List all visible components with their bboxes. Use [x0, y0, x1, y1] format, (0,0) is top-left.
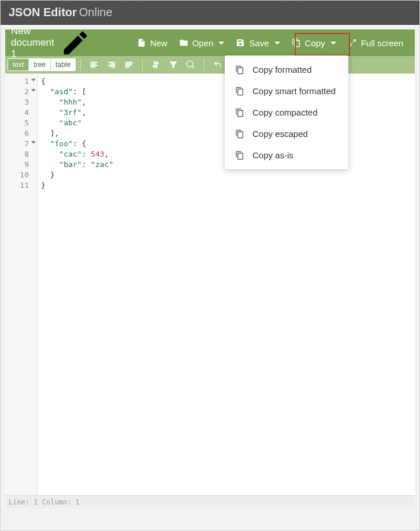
save-label: Save [249, 38, 269, 48]
fold-icon[interactable] [31, 141, 36, 144]
code-line: } [41, 180, 411, 191]
copy-dropdown: Copy formattedCopy smart formattedCopy c… [225, 55, 348, 169]
separator [142, 59, 143, 70]
new-button[interactable]: New [131, 35, 173, 51]
filter-button[interactable] [167, 58, 180, 71]
search-icon [186, 60, 195, 69]
fold-icon[interactable] [31, 89, 36, 92]
save-icon [236, 38, 245, 47]
fold-icon[interactable] [31, 79, 36, 81]
compact-button[interactable] [105, 58, 118, 71]
separator [204, 59, 205, 70]
line-gutter: 1234567891011 [5, 74, 38, 495]
dropdown-item[interactable]: Copy escaped [225, 123, 348, 144]
file-icon [137, 38, 146, 47]
line-number: 9 [5, 159, 37, 170]
line-number: 7 [5, 139, 37, 149]
dropdown-item-label: Copy formatted [252, 65, 312, 75]
dropdown-item[interactable]: Copy smart formatted [225, 80, 348, 102]
dropdown-item-label: Copy smart formatted [252, 86, 336, 96]
document-name: New document 1 [11, 25, 54, 60]
open-label: Open [192, 38, 214, 48]
app-titlebar: JSON Editor Online [1, 1, 419, 25]
dropdown-item[interactable]: Copy compacted [225, 102, 348, 123]
line-number: 8 [5, 149, 37, 159]
copy-icon [292, 38, 301, 47]
sort-button[interactable] [150, 58, 162, 71]
code-line: } [41, 170, 411, 180]
dropdown-item-label: Copy as-is [252, 150, 293, 160]
undo-button[interactable] [211, 58, 224, 71]
new-label: New [150, 38, 168, 48]
line-number: 5 [5, 118, 37, 128]
copy-icon [235, 151, 244, 160]
copy-icon [235, 108, 244, 117]
line-number: 2 [5, 87, 37, 97]
folder-open-icon [179, 38, 188, 47]
fullscreen-label: Full screen [361, 38, 403, 48]
tab-text[interactable]: text [8, 59, 28, 70]
dropdown-item[interactable]: Copy as-is [225, 144, 348, 166]
line-number: 3 [5, 97, 37, 107]
fullscreen-icon [348, 38, 357, 47]
line-number: 4 [5, 107, 37, 118]
line-number: 11 [5, 180, 37, 191]
app-title-strong: JSON Editor [9, 6, 77, 19]
sort-icon [151, 60, 161, 69]
save-button[interactable]: Save [230, 35, 285, 51]
align-icon [124, 60, 133, 69]
status-bar: Line: 1 Column: 1 [5, 495, 415, 508]
line-number: 6 [5, 128, 37, 139]
app-title-light: Online [79, 6, 113, 19]
line-number: 10 [5, 170, 37, 180]
menubar: New document 1 New Open Save Copy Full s… [5, 29, 415, 56]
filter-icon [169, 60, 178, 69]
open-button[interactable]: Open [173, 35, 231, 51]
search-button[interactable] [184, 58, 197, 71]
align-right-icon [107, 60, 116, 69]
align-left-icon [90, 60, 99, 69]
chevron-down-icon [274, 42, 280, 44]
dropdown-item[interactable]: Copy formatted [225, 59, 348, 80]
fullscreen-button[interactable]: Full screen [342, 35, 409, 51]
cursor-position: Line: 1 Column: 1 [9, 498, 80, 506]
view-mode-tabs: text tree table [8, 58, 76, 71]
tab-tree[interactable]: tree [28, 59, 50, 70]
copy-icon [235, 129, 244, 139]
chevron-down-icon [330, 42, 336, 44]
separator [80, 59, 81, 70]
copy-icon [235, 87, 244, 96]
copy-button[interactable]: Copy [286, 35, 342, 51]
list-button[interactable] [122, 58, 135, 71]
code-editor[interactable]: 1234567891011 { "asd": [ "hhh", "3rf", "… [5, 73, 415, 495]
copy-label: Copy [305, 38, 325, 48]
format-button[interactable] [88, 58, 101, 71]
tab-table[interactable]: table [50, 59, 75, 70]
document-title[interactable]: New document 1 [11, 25, 91, 60]
copy-icon [235, 65, 244, 75]
line-number: 1 [5, 76, 37, 87]
undo-icon [213, 60, 222, 69]
edit-icon [60, 28, 91, 58]
dropdown-item-label: Copy compacted [252, 107, 318, 117]
chevron-down-icon [218, 42, 224, 44]
dropdown-item-label: Copy escaped [252, 129, 308, 139]
